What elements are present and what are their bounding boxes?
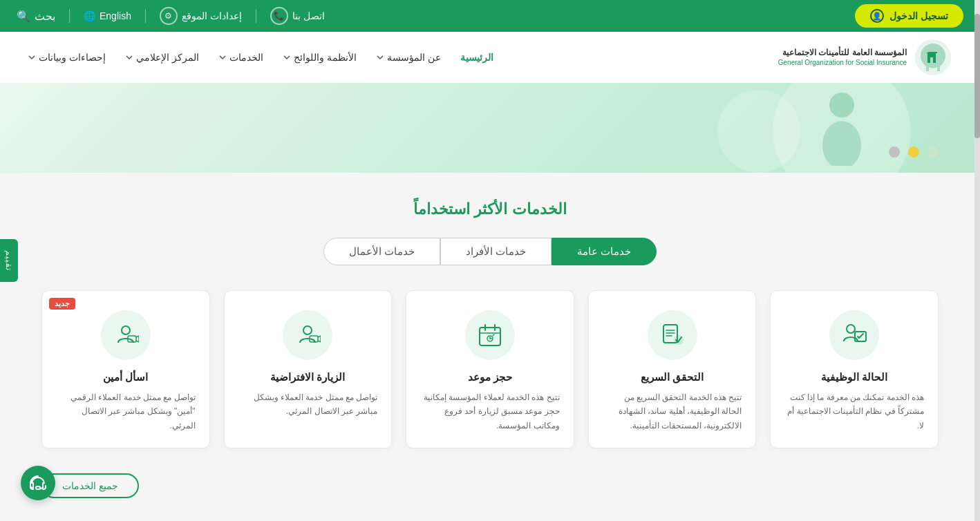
nav-item-home[interactable]: الرئيسية <box>460 52 493 63</box>
logo-arabic: المؤسسة العامة للتأمينات الاجتماعية <box>778 48 907 59</box>
nav-links: الرئيسية عن المؤسسة الأنظمة واللوائح الخ… <box>28 52 493 63</box>
card-appointment[interactable]: حجز موعد تتيح هذه الخدمة لعملاء المؤسسة … <box>406 290 574 448</box>
top-bar-left: تسجيل الدخول 👤 <box>855 4 963 28</box>
top-bar: تسجيل الدخول 👤 اتصل بنا 📞 إعدادات الموقع… <box>0 0 980 32</box>
nav-item-about[interactable]: عن المؤسسة <box>376 52 441 63</box>
login-label: تسجيل الدخول <box>889 10 948 21</box>
contact-label: اتصل بنا <box>292 10 325 21</box>
card-icon-amin <box>101 310 151 360</box>
tab-individuals[interactable]: خدمات الأفراد <box>440 238 552 265</box>
logo-english: General Organization for Social Insuranc… <box>778 58 907 67</box>
card-desc-3: تتيح هذه الخدمة لعملاء المؤسسة إمكانية ح… <box>420 390 560 433</box>
card-amin[interactable]: جديد اسأل أمين تواصل مع ممثل خدمة العملا… <box>41 290 210 448</box>
card-icon-virtual <box>283 310 332 360</box>
card-verify[interactable]: التحقق السريع تتيح هذه الخدمة التحقق الس… <box>588 290 757 448</box>
language-link[interactable]: English 🌐 <box>84 10 131 21</box>
all-services-button[interactable]: جميع الخدمات <box>41 473 139 498</box>
tab-general[interactable]: خدمات عامة <box>552 238 657 265</box>
settings-link[interactable]: إعدادات الموقع ⚙ <box>160 7 242 25</box>
card-title-5: اسأل أمين <box>56 371 196 383</box>
headset-icon <box>29 474 47 492</box>
nav-services-label: الخدمات <box>229 52 263 63</box>
chevron-down-icon <box>376 53 384 61</box>
card-title-1: الحالة الوظيفية <box>784 371 924 383</box>
card-desc-5: تواصل مع ممثل خدمة العملاء الرقمي "أمين"… <box>56 390 196 433</box>
settings-icon: ⚙ <box>160 7 178 25</box>
card-desc-4: تواصل مع ممثل خدمة العملاء وبشكل مباشر ع… <box>238 390 378 419</box>
card-icon-verify <box>648 310 697 360</box>
employment-icon <box>841 322 867 348</box>
svg-point-2 <box>829 93 854 117</box>
card-title-3: حجز موعد <box>420 371 560 383</box>
navbar: المؤسسة العامة للتأمينات الاجتماعية Gene… <box>0 32 980 83</box>
logo: المؤسسة العامة للتأمينات الاجتماعية Gene… <box>778 38 952 77</box>
virtual-icon <box>294 322 321 348</box>
divider2 <box>145 9 146 23</box>
card-title-4: الزيارة الافتراضية <box>238 371 378 383</box>
feedback-tab[interactable]: تقييم <box>0 239 18 282</box>
hero-banner <box>0 83 980 173</box>
card-virtual[interactable]: الزيارة الافتراضية تواصل مع ممثل خدمة ال… <box>224 290 393 448</box>
svg-point-4 <box>847 325 855 333</box>
search-link[interactable]: بحث 🔍 <box>17 10 55 23</box>
login-button[interactable]: تسجيل الدخول 👤 <box>855 4 963 28</box>
nav-stats-label: إحصاءات وبيانات <box>39 52 106 63</box>
user-icon: 👤 <box>870 9 884 23</box>
card-desc-1: هذه الخدمة تمكنك من معرفة ما إذا كنت مشت… <box>784 390 924 433</box>
nav-item-services[interactable]: الخدمات <box>218 52 263 63</box>
hero-shape2 <box>717 90 800 173</box>
language-icon: 🌐 <box>84 10 95 21</box>
svg-point-10 <box>303 326 312 334</box>
logo-icon <box>914 38 952 77</box>
card-employment[interactable]: الحالة الوظيفية هذه الخدمة تمكنك من معرف… <box>770 290 939 448</box>
scroll-thumb[interactable] <box>974 14 980 138</box>
card-icon-appointment <box>465 310 515 360</box>
amin-icon <box>113 322 139 348</box>
nav-item-media[interactable]: المركز الإعلامي <box>125 52 199 63</box>
top-bar-right: اتصل بنا 📞 إعدادات الموقع ⚙ English 🌐 بح… <box>17 7 325 25</box>
svg-point-12 <box>122 326 130 334</box>
divider <box>256 9 256 23</box>
nav-item-stats[interactable]: إحصاءات وبيانات <box>28 52 106 63</box>
chevron-down-icon5 <box>28 53 36 61</box>
dot1[interactable] <box>927 146 939 158</box>
appointment-icon <box>477 322 503 348</box>
phone-icon: 📞 <box>270 7 288 25</box>
svg-point-3 <box>822 121 861 166</box>
card-icon-employment <box>829 310 879 360</box>
svg-rect-1 <box>930 55 936 56</box>
tab-business[interactable]: خدمات الأعمال <box>323 238 440 265</box>
verify-icon <box>659 322 686 348</box>
nav-item-regulations[interactable]: الأنظمة واللوائح <box>283 52 357 63</box>
contact-link[interactable]: اتصل بنا 📞 <box>270 7 325 25</box>
language-label: English <box>100 10 131 21</box>
search-label: بحث <box>35 10 55 23</box>
chat-button[interactable] <box>21 466 55 500</box>
dot2[interactable] <box>908 146 919 158</box>
tabs-container: خدمات عامة خدمات الأفراد خدمات الأعمال <box>41 238 939 265</box>
section-title: الخدمات الأكثر استخداماً <box>41 200 939 218</box>
search-icon: 🔍 <box>17 10 30 23</box>
card-title-2: التحقق السريع <box>603 371 742 383</box>
cards-grid: الحالة الوظيفية هذه الخدمة تمكنك من معرف… <box>41 290 939 448</box>
settings-label: إعدادات الموقع <box>182 10 242 21</box>
card-badge-new: جديد <box>49 298 75 310</box>
scrollbar[interactable] <box>974 0 980 519</box>
nav-home-label: الرئيسية <box>460 52 493 63</box>
card-desc-2: تتيح هذه الخدمة التحقق السريع من الحالة … <box>603 390 742 433</box>
all-services-wrap: جميع الخدمات <box>41 473 939 498</box>
chevron-down-icon4 <box>125 53 133 61</box>
nav-media-label: المركز الإعلامي <box>136 52 199 63</box>
svg-rect-8 <box>480 328 500 345</box>
main-content: الخدمات الأكثر استخداماً خدمات عامة خدما… <box>0 173 980 519</box>
nav-about-label: عن المؤسسة <box>387 52 441 63</box>
hero-image <box>814 90 869 169</box>
nav-regulations-label: الأنظمة واللوائح <box>294 52 357 63</box>
chevron-down-icon3 <box>218 53 227 61</box>
chevron-down-icon2 <box>283 53 291 61</box>
logo-text: المؤسسة العامة للتأمينات الاجتماعية Gene… <box>778 48 907 68</box>
divider3 <box>69 9 70 23</box>
